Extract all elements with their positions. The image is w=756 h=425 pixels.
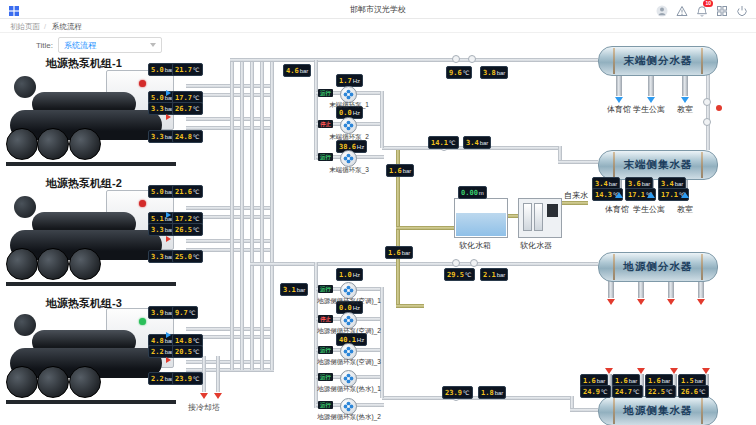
flow-arrow-icon bbox=[166, 114, 171, 120]
branch-pipe bbox=[616, 74, 622, 96]
flow-arrow-icon bbox=[647, 97, 655, 103]
breadcrumb: 初始页面 / 系统流程 bbox=[0, 19, 756, 33]
pressure-display: 4.6bar bbox=[283, 64, 311, 77]
pipe bbox=[380, 91, 384, 148]
ground-supply-pipe bbox=[250, 262, 598, 266]
branch-pipe bbox=[668, 280, 674, 298]
flow-arrow-icon bbox=[702, 368, 710, 374]
flow-arrow-icon bbox=[166, 212, 171, 218]
pipe bbox=[216, 356, 220, 392]
unit-2-name: 地源热泵机组-2 bbox=[46, 176, 122, 191]
branch-label: 学生公寓 bbox=[633, 104, 665, 115]
pump-label: 地源侧循环泵(热水)_1 bbox=[317, 385, 381, 394]
temperature-display: 29.5℃ bbox=[444, 268, 475, 281]
avatar[interactable] bbox=[656, 3, 668, 15]
breadcrumb-separator: / bbox=[44, 22, 46, 31]
pump-status-badge: 运行 bbox=[318, 401, 333, 409]
ground-side-distributor-tank: 地源侧分水器 bbox=[598, 252, 718, 282]
tank-name: 地源侧分水器 bbox=[624, 260, 693, 274]
frequency-display: 1.7Hz bbox=[336, 74, 363, 87]
valve-icon[interactable] bbox=[452, 259, 460, 267]
temperature-display: 26.7℃ bbox=[172, 102, 203, 115]
branch-pipe bbox=[638, 280, 644, 298]
valve-icon[interactable] bbox=[703, 98, 711, 106]
unit-3-name: 地源热泵机组-3 bbox=[46, 296, 122, 311]
softener-column bbox=[534, 203, 543, 231]
flow-arrow-icon bbox=[214, 393, 222, 399]
water-softener-label: 软化水器 bbox=[520, 240, 552, 251]
pump-label: 地源侧循环泵(热水)_2 bbox=[317, 413, 381, 422]
pump-status-badge: 运行 bbox=[318, 153, 333, 161]
pipe bbox=[706, 74, 710, 150]
temperature-display: 24.8℃ bbox=[172, 130, 203, 143]
pipe bbox=[230, 60, 234, 370]
branch-label: 体育馆 bbox=[605, 204, 629, 215]
pump-icon[interactable] bbox=[340, 117, 357, 134]
flow-arrow-icon bbox=[166, 332, 171, 338]
breadcrumb-home[interactable]: 初始页面 bbox=[10, 22, 40, 32]
ground-side-collector-tank: 地源侧集水器 bbox=[598, 396, 718, 425]
breadcrumb-current: 系统流程 bbox=[52, 22, 82, 32]
temperature-display: 22.5℃ bbox=[645, 385, 676, 398]
branch-pipe bbox=[698, 280, 704, 298]
diagram-select[interactable]: 系统流程 bbox=[58, 37, 162, 53]
temperature-display: 9.6℃ bbox=[446, 66, 472, 79]
alarm-icon[interactable] bbox=[676, 3, 688, 15]
end-supply-pipe bbox=[230, 58, 598, 62]
flow-arrow-icon bbox=[166, 90, 171, 96]
temperature-display: 26.5℃ bbox=[172, 223, 203, 236]
flow-arrow-icon bbox=[605, 368, 613, 374]
flow-arrow-icon bbox=[647, 192, 655, 198]
branch-pipe bbox=[648, 74, 654, 96]
valve-handle-icon[interactable] bbox=[716, 105, 722, 111]
valve-icon[interactable] bbox=[468, 55, 476, 63]
flow-arrow-icon bbox=[615, 97, 623, 103]
bell-icon[interactable]: 10 bbox=[696, 3, 708, 15]
pump-icon[interactable] bbox=[340, 150, 357, 167]
pressure-display: 1.6bar bbox=[386, 164, 414, 177]
branch-pipe bbox=[682, 74, 688, 96]
flow-arrow-icon bbox=[200, 393, 208, 399]
pressure-display: 3.4bar bbox=[463, 136, 491, 149]
pump-label: 地源侧循环泵(空调)_3 bbox=[317, 358, 381, 367]
temperature-display: 9.7℃ bbox=[172, 306, 198, 319]
pressure-display: 1.8bar bbox=[478, 386, 506, 399]
pump-status-badge: 运行 bbox=[318, 346, 333, 354]
makeup-water-pipe bbox=[396, 304, 424, 308]
softener-control-panel bbox=[547, 204, 558, 217]
water-fill bbox=[456, 213, 506, 236]
pipe bbox=[314, 60, 318, 160]
flow-arrow-icon bbox=[681, 97, 689, 103]
valve-icon[interactable] bbox=[452, 55, 460, 63]
flow-arrow-icon bbox=[166, 236, 171, 242]
pump-label: 末端循环泵_1 bbox=[329, 101, 369, 110]
flow-arrow-icon bbox=[697, 299, 705, 305]
unit-1-name: 地源热泵机组-1 bbox=[46, 56, 122, 71]
pump-status-badge: 停止 bbox=[318, 120, 333, 128]
ground-return-pipe bbox=[382, 396, 572, 400]
apps-icon[interactable] bbox=[716, 3, 728, 15]
pipe bbox=[240, 60, 244, 370]
pressure-display: 1.6bar bbox=[385, 246, 413, 259]
temperature-display: 26.6℃ bbox=[678, 385, 709, 398]
pump-label: 地源侧循环泵(空调)_1 bbox=[317, 297, 381, 306]
pipe bbox=[570, 408, 598, 412]
valve-icon[interactable] bbox=[703, 118, 711, 126]
valve-icon[interactable] bbox=[470, 259, 478, 267]
temperature-display: 25.0℃ bbox=[172, 250, 203, 263]
temperature-display: 24.7℃ bbox=[612, 385, 643, 398]
power-icon[interactable] bbox=[736, 3, 748, 15]
pump-label: 末端循环泵_3 bbox=[329, 166, 369, 175]
end-side-collector-tank: 末端侧集水器 bbox=[598, 150, 718, 180]
tap-water-label: 自来水 bbox=[564, 190, 588, 201]
branch-label: 体育馆 bbox=[607, 104, 631, 115]
pressure-display: 2.1bar bbox=[480, 268, 508, 281]
flow-arrow-icon bbox=[681, 192, 689, 198]
tank-name: 末端侧分水器 bbox=[624, 54, 693, 68]
pipe bbox=[250, 60, 254, 370]
softened-water-tank bbox=[454, 198, 508, 238]
flow-arrow-icon bbox=[667, 299, 675, 305]
pump-status-badge: 运行 bbox=[318, 285, 333, 293]
flow-arrow-icon bbox=[637, 368, 645, 374]
pipe bbox=[270, 60, 274, 370]
